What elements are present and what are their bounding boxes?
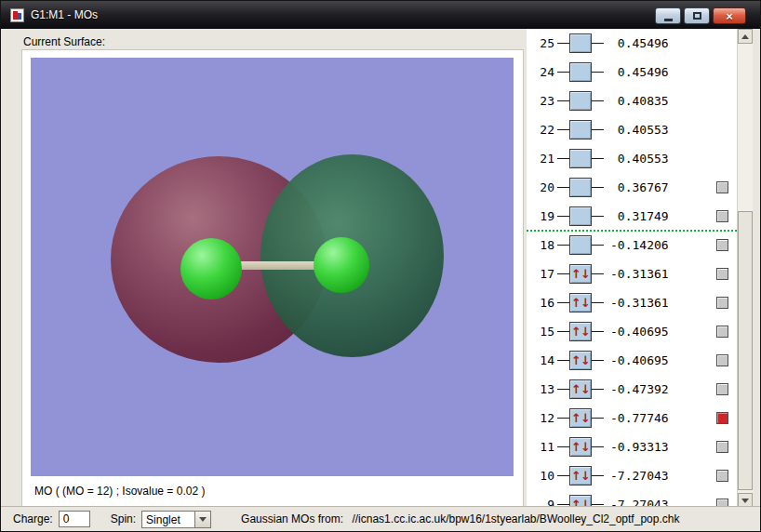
spin-up-icon: ↑: [571, 296, 581, 310]
energy-level-line-left: [557, 72, 569, 73]
mo-row: 10 ↑↓ -7.27043: [527, 461, 737, 490]
mo-list-scrollbar[interactable]: [737, 29, 753, 508]
minimize-button[interactable]: [655, 7, 681, 24]
scrollbar-up-button[interactable]: [738, 29, 753, 44]
spin-arrows: ↑↓: [571, 470, 590, 482]
minimize-icon: [664, 19, 673, 21]
mo-row: 14 ↑↓ -0.40695: [527, 346, 737, 375]
mo-render-checkbox[interactable]: [716, 326, 728, 338]
mo-square-button[interactable]: [569, 91, 592, 111]
energy-level-line-right: [592, 302, 604, 303]
mo-square-button[interactable]: ↑↓: [569, 264, 592, 284]
mo-render-checkbox[interactable]: [716, 210, 728, 222]
mo-energy-value: -0.93313: [610, 440, 669, 454]
energy-level-line-right: [592, 43, 604, 44]
energy-level-line-left: [557, 158, 569, 159]
spin-up-icon: ↑: [571, 382, 581, 396]
mo-energy-value: 0.31749: [610, 209, 669, 223]
chevron-down-icon: [199, 517, 207, 522]
spin-down-icon: ↓: [581, 353, 590, 367]
mo-row: 13 ↑↓ -0.47392: [527, 375, 737, 404]
window-controls: ×: [655, 7, 746, 24]
energy-level-line-left: [557, 331, 569, 332]
window-title: G1:M1 - MOs: [31, 8, 98, 21]
spin-arrows: ↑↓: [571, 297, 590, 309]
mo-square-button[interactable]: [569, 120, 592, 140]
spin-down-icon: ↓: [581, 411, 590, 425]
mo-square-button[interactable]: ↑↓: [569, 379, 592, 399]
spin-down-icon: ↓: [581, 469, 590, 483]
spin-down-icon: ↓: [581, 382, 590, 396]
mo-render-checkbox[interactable]: [716, 470, 728, 482]
spin-arrows: ↑↓: [571, 412, 590, 424]
mo-rows: 25 0.45496 24 0.45496 23 0.40835 22: [527, 29, 737, 508]
energy-level-line-right: [592, 418, 604, 419]
mo-row: 15 ↑↓ -0.40695: [527, 317, 737, 346]
mo-square-button[interactable]: [569, 33, 592, 53]
current-surface-label: Current Surface:: [23, 35, 105, 48]
spin-dropdown-button[interactable]: [195, 511, 211, 528]
mo-square-button[interactable]: ↑↓: [569, 351, 592, 370]
mo-row-number: 24: [532, 65, 554, 79]
mo-square-button[interactable]: ↑↓: [569, 293, 592, 313]
energy-level-line-right: [592, 158, 604, 159]
mo-row-number: 10: [532, 469, 554, 483]
maximize-icon: [693, 12, 701, 20]
mo-row-number: 15: [532, 325, 554, 339]
mo-square-button[interactable]: ↑↓: [569, 437, 592, 457]
energy-level-line-right: [592, 72, 604, 73]
mo-render-checkbox[interactable]: [716, 239, 728, 251]
mo-render-checkbox[interactable]: [716, 181, 728, 193]
maximize-button[interactable]: [684, 7, 710, 24]
mo-render-checkbox[interactable]: [716, 268, 728, 280]
mo-render-checkbox[interactable]: [716, 297, 728, 309]
molecule-render-area[interactable]: [31, 58, 514, 476]
spin-arrows: ↑↓: [571, 326, 590, 338]
mos-window: G1:M1 - MOs × Current Surface: MO ( (MO …: [0, 0, 761, 532]
spin-up-icon: ↑: [571, 267, 581, 281]
mo-row: 16 ↑↓ -0.31361: [527, 288, 737, 317]
mo-square-button[interactable]: ↑↓: [569, 322, 592, 341]
energy-level-line-left: [557, 187, 569, 188]
mo-square-button[interactable]: [569, 206, 592, 226]
mo-row-number: 19: [532, 209, 554, 223]
close-button[interactable]: ×: [713, 7, 746, 24]
mo-row: 17 ↑↓ -0.31361: [527, 259, 737, 288]
mo-list-panel: 25 0.45496 24 0.45496 23 0.40835 22: [527, 29, 753, 508]
mo-energy-value: -0.40695: [610, 353, 669, 367]
spin-up-icon: ↑: [571, 440, 581, 454]
mo-square-button[interactable]: [569, 235, 592, 255]
source-label: Gaussian MOs from:: [241, 512, 343, 525]
spin-up-icon: ↑: [571, 411, 581, 425]
spin-up-icon: ↑: [571, 469, 581, 483]
mo-render-checkbox[interactable]: [716, 412, 728, 424]
scrollbar-thumb[interactable]: [738, 211, 753, 490]
mo-square-button[interactable]: ↑↓: [569, 408, 592, 428]
mo-render-checkbox[interactable]: [716, 441, 728, 453]
mo-square-button[interactable]: [569, 178, 592, 197]
mo-render-checkbox[interactable]: [716, 354, 728, 366]
footer-bar: Charge: Spin: Singlet Gaussian MOs from:…: [1, 506, 760, 531]
spin-down-icon: ↓: [581, 325, 590, 339]
mo-square-button[interactable]: [569, 149, 592, 168]
spin-down-icon: ↓: [581, 440, 590, 454]
energy-level-line-left: [557, 43, 569, 44]
energy-level-line-left: [557, 129, 569, 130]
mo-energy-value: 0.40553: [610, 123, 669, 137]
mo-square-button[interactable]: ↑↓: [569, 466, 592, 485]
spin-up-icon: ↑: [571, 353, 581, 367]
mo-render-checkbox[interactable]: [716, 383, 728, 395]
mo-row-number: 21: [532, 152, 554, 166]
mo-row-number: 12: [532, 411, 554, 425]
mo-square-button[interactable]: [569, 62, 592, 82]
mo-row-number: 11: [532, 440, 554, 454]
spin-arrows: ↑↓: [571, 268, 590, 280]
chlorine-atom-left: [180, 238, 242, 299]
spin-dropdown[interactable]: Singlet: [141, 511, 211, 528]
mo-row-number: 13: [532, 382, 554, 396]
charge-input[interactable]: [59, 511, 90, 527]
energy-level-line-right: [592, 446, 604, 447]
spin-selected-value: Singlet: [141, 511, 195, 528]
spin-arrows: ↑↓: [571, 383, 590, 395]
scrollbar-up-icon: [741, 34, 749, 39]
